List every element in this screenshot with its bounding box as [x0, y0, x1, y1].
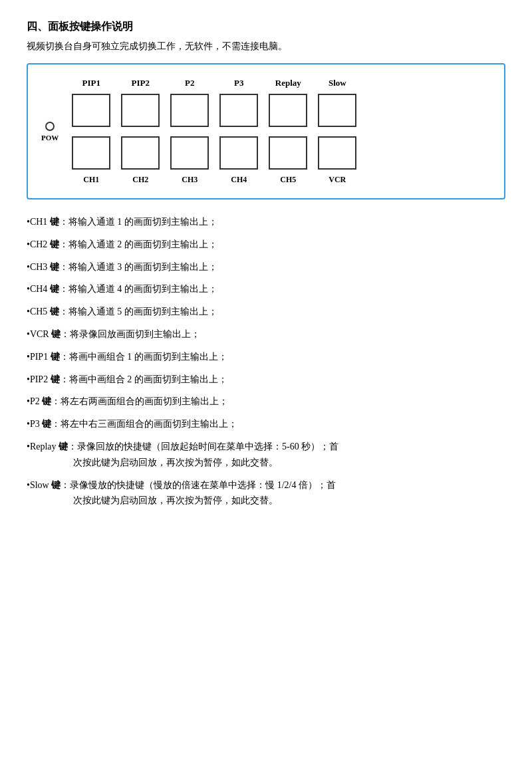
desc-ch3: •CH3 键：将输入通道 3 的画面切到主输出上； — [27, 259, 505, 275]
desc-replay-bullet: •Replay 键：录像回放的快捷键（回放起始时间在菜单中选择：5-60 秒）；… — [27, 442, 338, 451]
panel-diagram: POW PIP1 PIP2 P2 P3 Replay — [27, 63, 505, 199]
desc-p3-bullet: •P3 键：将左中右三画面组合的画面切到主输出上； — [27, 419, 237, 429]
btn-p3-box[interactable] — [219, 94, 258, 127]
btn-ch2-box[interactable] — [121, 136, 160, 170]
btn-slow[interactable]: Slow — [318, 78, 356, 127]
btn-ch4-box[interactable] — [219, 136, 258, 170]
btn-slow-box[interactable] — [318, 94, 356, 127]
btn-slow-label: Slow — [329, 78, 346, 88]
desc-replay: •Replay 键：录像回放的快捷键（回放起始时间在菜单中选择：5-60 秒）；… — [27, 439, 505, 471]
desc-ch4-bullet: •CH4 键：将输入通道 4 的画面切到主输出上； — [27, 284, 217, 294]
desc-slow-cont: 次按此键为启动回放，再次按为暂停，如此交替。 — [27, 493, 278, 509]
desc-ch1: •CH1 键：将输入通道 1 的画面切到主输出上； — [27, 214, 505, 230]
section-title: 四、面板按键操作说明 — [27, 20, 505, 34]
btn-ch5-label: CH5 — [280, 175, 296, 185]
description-list: •CH1 键：将输入通道 1 的画面切到主输出上； •CH2 键：将输入通道 2… — [27, 214, 505, 509]
btn-pip2-box[interactable] — [121, 94, 160, 127]
pow-indicator: POW — [41, 122, 59, 142]
btn-pip2-label: PIP2 — [132, 78, 150, 88]
desc-p2: •P2 键：将左右两画面组合的画面切到主输出上； — [27, 394, 505, 410]
btn-ch2[interactable]: CH2 — [121, 136, 160, 185]
desc-vcr: •VCR 键：将录像回放画面切到主输出上； — [27, 326, 505, 342]
btn-ch4[interactable]: CH4 — [219, 136, 258, 185]
desc-pip2: •PIP2 键：将画中画组合 2 的画面切到主输出上； — [27, 372, 505, 388]
top-button-row: PIP1 PIP2 P2 P3 Replay Slow — [72, 78, 484, 127]
desc-p2-bullet: •P2 键：将左右两画面组合的画面切到主输出上； — [27, 396, 228, 406]
btn-p3-label: P3 — [234, 78, 243, 88]
pow-circle — [45, 122, 55, 131]
btn-p3[interactable]: P3 — [219, 78, 258, 127]
btn-vcr-label: VCR — [329, 175, 346, 185]
desc-ch4: •CH4 键：将输入通道 4 的画面切到主输出上； — [27, 281, 505, 297]
btn-pip1-label: PIP1 — [82, 78, 100, 88]
buttons-grid: PIP1 PIP2 P2 P3 Replay Slow — [72, 78, 484, 185]
btn-p2-box[interactable] — [170, 94, 209, 127]
desc-ch5: •CH5 键：将输入通道 5 的画面切到主输出上； — [27, 304, 505, 320]
btn-p2[interactable]: P2 — [170, 78, 209, 127]
btn-pip1-box[interactable] — [72, 94, 110, 127]
btn-ch3-box[interactable] — [170, 136, 209, 170]
desc-ch1-bullet: •CH1 键：将输入通道 1 的画面切到主输出上； — [27, 217, 217, 227]
desc-pip1: •PIP1 键：将画中画组合 1 的画面切到主输出上； — [27, 349, 505, 365]
btn-pip1[interactable]: PIP1 — [72, 78, 110, 127]
bottom-button-row: CH1 CH2 CH3 CH4 CH5 VCR — [72, 136, 484, 185]
btn-ch2-label: CH2 — [132, 175, 148, 185]
btn-replay[interactable]: Replay — [269, 78, 307, 127]
btn-vcr[interactable]: VCR — [318, 136, 356, 185]
desc-pip2-bullet: •PIP2 键：将画中画组合 2 的画面切到主输出上； — [27, 374, 227, 384]
btn-ch1-box[interactable] — [72, 136, 110, 170]
desc-ch5-bullet: •CH5 键：将输入通道 5 的画面切到主输出上； — [27, 307, 217, 317]
btn-ch1[interactable]: CH1 — [72, 136, 110, 185]
btn-ch3-label: CH3 — [182, 175, 198, 185]
btn-ch4-label: CH4 — [231, 175, 247, 185]
desc-slow-bullet: •Slow 键：录像慢放的快捷键（慢放的倍速在菜单中选择：慢 1/2/4 倍）；… — [27, 480, 336, 490]
desc-p3: •P3 键：将左中右三画面组合的画面切到主输出上； — [27, 416, 505, 432]
btn-replay-label: Replay — [275, 78, 301, 88]
desc-ch2-bullet: •CH2 键：将输入通道 2 的画面切到主输出上； — [27, 239, 217, 249]
btn-ch5[interactable]: CH5 — [269, 136, 307, 185]
desc-slow: •Slow 键：录像慢放的快捷键（慢放的倍速在菜单中选择：慢 1/2/4 倍）；… — [27, 477, 505, 509]
btn-ch5-box[interactable] — [269, 136, 307, 170]
pow-label: POW — [41, 134, 59, 142]
desc-ch3-bullet: •CH3 键：将输入通道 3 的画面切到主输出上； — [27, 262, 217, 272]
desc-replay-cont: 次按此键为启动回放，再次按为暂停，如此交替。 — [27, 455, 278, 471]
btn-pip2[interactable]: PIP2 — [121, 78, 160, 127]
desc-vcr-bullet: •VCR 键：将录像回放画面切到主输出上； — [27, 329, 200, 339]
btn-p2-label: P2 — [185, 78, 194, 88]
btn-ch1-label: CH1 — [83, 175, 99, 185]
btn-replay-box[interactable] — [269, 94, 307, 127]
desc-ch2: •CH2 键：将输入通道 2 的画面切到主输出上； — [27, 237, 505, 253]
btn-vcr-box[interactable] — [318, 136, 356, 170]
btn-ch3[interactable]: CH3 — [170, 136, 209, 185]
section-description: 视频切换台自身可独立完成切换工作，无软件，不需连接电脑。 — [27, 41, 505, 53]
desc-pip1-bullet: •PIP1 键：将画中画组合 1 的画面切到主输出上； — [27, 352, 227, 362]
